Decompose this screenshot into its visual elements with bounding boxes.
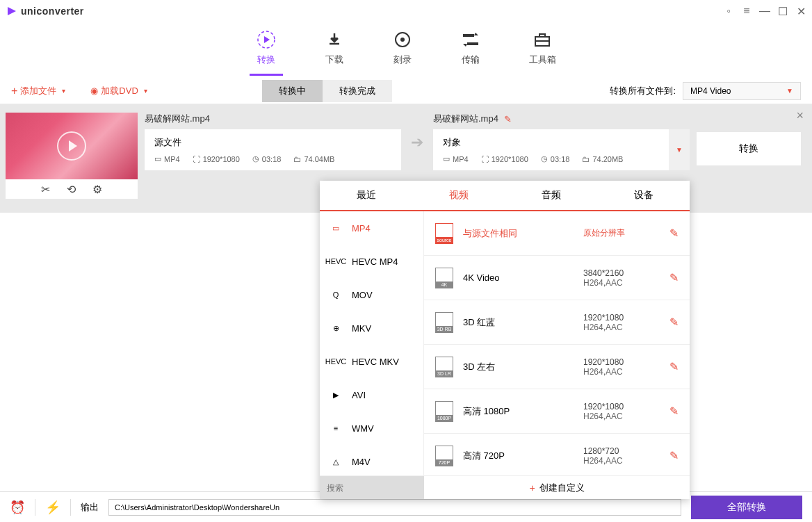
edit-preset-icon[interactable]: ✎ [669, 360, 679, 373]
format-item[interactable]: HEVCHEVC MP4 [320, 245, 423, 278]
preset-item[interactable]: 720P高清 720P1280*720H264,AAC✎ [424, 434, 690, 475]
source-filename: 易破解网站.mp4 [145, 113, 401, 125]
preset-icon: 3D RB [435, 312, 453, 333]
svg-point-2 [400, 38, 405, 42]
preset-icon: 3D LR [435, 357, 453, 377]
edit-preset-icon[interactable]: ✎ [669, 227, 679, 240]
minimize-icon[interactable]: — [759, 6, 770, 17]
target-card: 对象 ▭ MP4 ⛶ 1920*1080 ◷ 03:18 🗀 74.20MB ▼ [433, 129, 690, 170]
src-resolution: ⛶ 1920*1080 [193, 154, 240, 163]
app-logo: uniconverter [6, 5, 84, 17]
format-item[interactable]: ⊕MKV [320, 311, 423, 345]
chevron-down-icon: ▾ [144, 87, 147, 95]
preset-icon: 1080P [435, 401, 453, 422]
format-item[interactable]: QMOV [320, 278, 423, 311]
format-dropdown: 最近 视频 音频 设备 ▭MP4HEVCHEVC MP4QMOV⊕MKVHEVC… [320, 181, 690, 499]
format-icon: Q [328, 289, 343, 300]
preset-item[interactable]: 1080P高清 1080P1920*1080H264,AAC✎ [424, 389, 690, 434]
preset-list: source与源文件相同原始分辨率✎4K4K Video3840*2160H26… [424, 211, 690, 475]
close-icon[interactable]: ✕ [795, 6, 806, 17]
preset-item[interactable]: 4K4K Video3840*2160H264,AAC✎ [424, 256, 690, 300]
target-format-dropdown[interactable]: ▼ [669, 129, 690, 170]
toolbox-icon [533, 30, 552, 49]
src-duration: ◷ 03:18 [252, 154, 282, 163]
tab-converting[interactable]: 转换中 [262, 80, 323, 102]
convert-button[interactable]: 转换 [697, 132, 801, 165]
edit-preset-icon[interactable]: ✎ [669, 449, 679, 462]
format-item[interactable]: ▶AVI [320, 378, 423, 411]
nav-convert[interactable]: 转换 [257, 30, 276, 70]
toolbar: + 添加文件 ▾ ◉ 加载DVD ▾ 转换中 转换完成 转换所有文件到: MP4… [0, 78, 812, 104]
format-list: ▭MP4HEVCHEVC MP4QMOV⊕MKVHEVCHEVC MKV▶AVI… [320, 211, 424, 475]
format-item[interactable]: ▭MP4 [320, 211, 423, 245]
src-format: ▭ MP4 [154, 154, 180, 163]
dd-tab-recent[interactable]: 最近 [320, 181, 412, 210]
preset-item[interactable]: 3D RB3D 红蓝1920*1080H264,AAC✎ [424, 300, 690, 345]
nav-burn[interactable]: 刻录 [393, 30, 412, 70]
caret-down-icon: ▼ [786, 87, 793, 95]
create-custom-button[interactable]: + 创建自定义 [424, 476, 690, 499]
convert-all-to: 转换所有文件到: MP4 Video ▼ [610, 82, 801, 100]
dst-format: ▭ MP4 [443, 154, 469, 163]
app-name: uniconverter [21, 6, 84, 17]
preset-icon: 720P [435, 446, 453, 466]
video-thumbnail[interactable] [6, 113, 138, 179]
format-icon: ▭ [328, 222, 343, 234]
status-tabs: 转换中 转换完成 [262, 80, 392, 102]
dd-tab-audio[interactable]: 音频 [505, 181, 597, 210]
download-icon [325, 30, 344, 49]
burn-icon [393, 30, 412, 49]
main-nav: 转换 下载 刻录 传输 工具箱 [0, 22, 812, 78]
tab-done[interactable]: 转换完成 [323, 80, 392, 102]
format-icon: HEVC [328, 256, 343, 267]
format-icon: HEVC [328, 356, 343, 367]
trim-icon[interactable]: ✂ [41, 183, 50, 196]
preset-item[interactable]: source与源文件相同原始分辨率✎ [424, 211, 690, 256]
edit-preset-icon[interactable]: ✎ [669, 271, 679, 284]
format-icon: ⊕ [328, 323, 343, 334]
effects-icon[interactable]: ⚙ [92, 183, 102, 196]
preset-item[interactable]: 3D LR3D 左右1920*1080H264,AAC✎ [424, 345, 690, 389]
maximize-icon[interactable]: ☐ [777, 6, 788, 17]
output-label: 输出 [81, 501, 99, 514]
dd-tab-device[interactable]: 设备 [597, 181, 690, 210]
convert-icon [257, 30, 276, 49]
remove-file-button[interactable]: × [796, 108, 804, 123]
arrow-right-icon: ➔ [411, 133, 423, 152]
edit-preset-icon[interactable]: ✎ [669, 316, 679, 329]
titlebar: uniconverter ◦ ≡ — ☐ ✕ [0, 0, 812, 22]
add-file-button[interactable]: + 添加文件 ▾ [11, 85, 65, 97]
preset-icon: source [435, 223, 453, 244]
dst-resolution: ⛶ 1920*1080 [481, 154, 528, 163]
target-filename: 易破解网站.mp4 ✎ [433, 113, 690, 125]
transfer-icon [461, 30, 480, 49]
gpu-icon[interactable]: ⚡ [45, 500, 60, 515]
edit-preset-icon[interactable]: ✎ [669, 405, 679, 418]
nav-download[interactable]: 下载 [325, 30, 344, 70]
crop-icon[interactable]: ⟲ [67, 183, 76, 196]
plus-icon: + [529, 482, 535, 494]
format-item[interactable]: △M4V [320, 445, 423, 475]
play-icon [57, 131, 86, 161]
output-path-input[interactable] [108, 499, 681, 516]
format-search-input[interactable] [320, 476, 424, 499]
nav-transfer[interactable]: 传输 [461, 30, 480, 70]
output-format-select[interactable]: MP4 Video ▼ [683, 82, 801, 100]
format-item[interactable]: HEVCHEVC MKV [320, 345, 423, 378]
dst-duration: ◷ 03:18 [541, 154, 570, 163]
edit-name-icon[interactable]: ✎ [504, 114, 512, 124]
menu-icon[interactable]: ≡ [741, 6, 752, 17]
nav-toolbox[interactable]: 工具箱 [529, 30, 556, 70]
format-icon: ≡ [328, 423, 343, 434]
format-icon: △ [328, 456, 343, 467]
dd-tab-video[interactable]: 视频 [412, 181, 505, 210]
dvd-icon: ◉ [90, 85, 98, 96]
logo-icon [6, 5, 18, 17]
load-dvd-button[interactable]: ◉ 加载DVD ▾ [90, 85, 147, 97]
convert-all-button[interactable]: 全部转换 [691, 496, 802, 519]
format-item[interactable]: ≡WMV [320, 411, 423, 445]
account-icon[interactable]: ◦ [723, 6, 734, 17]
thumb-tools: ✂ ⟲ ⚙ [6, 179, 138, 199]
plus-icon: + [11, 85, 17, 97]
schedule-icon[interactable]: ⏰ [10, 500, 25, 515]
